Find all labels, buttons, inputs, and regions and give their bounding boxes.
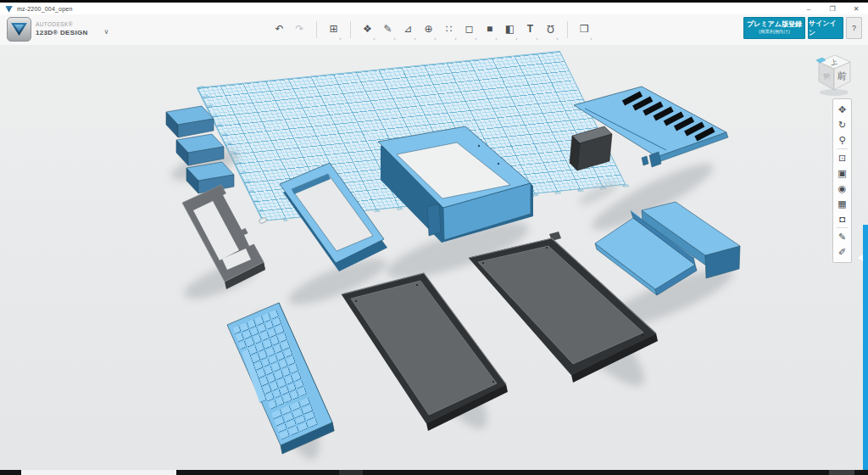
account-area: プレミアム版登録 (商業利用向け) サインイン ?	[743, 17, 862, 39]
scene-canvas	[0, 45, 868, 470]
toolbar-separator	[350, 21, 351, 38]
construct-icon: ⊿	[403, 21, 412, 36]
toolbar-separator	[567, 21, 568, 38]
grid-origin-marker	[259, 217, 267, 224]
tool-ribbon: ↶ ↷ ⊞∨ ❖∨ ✎∨ ⊿∨ ⊕∨ ∷∨ ◻∨ ■∨ ◧∨ T∨ Ω∨ ❒∨	[273, 14, 591, 45]
minimize-button[interactable]: –	[797, 3, 821, 14]
modify-icon: ⊕	[424, 21, 432, 36]
primitives-icon: ❖	[363, 21, 372, 36]
combine-button[interactable]: ■∨	[483, 21, 496, 38]
pan-tool[interactable]: ✥	[834, 102, 850, 117]
fit-icon: ⊡	[838, 153, 846, 163]
part-io-panel[interactable]	[570, 126, 612, 170]
part-front-bezel[interactable]	[182, 185, 265, 289]
construct-button[interactable]: ⊿∨	[402, 21, 415, 38]
app-toolbar: AUTODESK® 123D® DESIGN ∨ ↶ ↷ ⊞∨ ❖∨ ✎∨ ⊿∨…	[0, 14, 868, 46]
undo-button[interactable]: ↶	[273, 21, 286, 38]
combine-icon: ■	[487, 21, 492, 36]
screenshot-button[interactable]: ◘	[834, 211, 850, 226]
sign-in-button[interactable]: サインイン	[808, 17, 843, 39]
transform-button[interactable]: ⊞∨	[327, 21, 340, 38]
part-monitor-frame[interactable]	[280, 163, 387, 271]
orbit-icon: ↻	[838, 120, 846, 130]
primitives-button[interactable]: ❖∨	[361, 21, 374, 38]
toolbar-separator	[316, 21, 317, 38]
pattern-button[interactable]: ∷∨	[442, 21, 455, 38]
keyboard-key	[298, 387, 307, 397]
text-button[interactable]: T∨	[524, 21, 537, 38]
modify-button[interactable]: ⊕∨	[422, 21, 435, 38]
help-button[interactable]: ?	[846, 17, 862, 39]
zoom-tool[interactable]: ⚲	[834, 132, 850, 148]
edge-panel-strip[interactable]	[863, 225, 868, 470]
pattern-icon: ∷	[446, 21, 453, 36]
material-button[interactable]: ◧∨	[504, 21, 516, 38]
taskbar-segment	[339, 470, 363, 475]
materials-button[interactable]: ▦	[834, 196, 850, 211]
premium-label: プレミアム版登録	[747, 21, 802, 29]
material-icon: ◧	[505, 21, 515, 36]
pencil-icon: ✎	[838, 232, 846, 242]
hide-sketches-button[interactable]: ✐	[834, 244, 850, 260]
fit-view-button[interactable]: ⊡	[834, 150, 850, 165]
main-menu-chevron-icon[interactable]: ∨	[104, 28, 109, 36]
navigation-palette: ✥ ↻ ⚲ ⊡ ▣ ◉ ▦ ◘ ✎ ✐	[832, 98, 852, 263]
grouping-icon: ◻	[465, 21, 474, 36]
text-icon: T	[527, 21, 533, 36]
close-button[interactable]: ✕	[844, 3, 868, 14]
brand-line1: AUTODESK®	[36, 22, 88, 28]
view-mode-icon: ▣	[837, 168, 846, 178]
hide-show-button[interactable]: ◉	[834, 181, 850, 196]
app-logo[interactable]: AUTODESK® 123D® DESIGN ∨	[7, 17, 108, 42]
orbit-tool[interactable]: ↻	[834, 117, 850, 132]
redo-icon: ↷	[295, 21, 303, 36]
app-window-icon	[5, 5, 13, 13]
view-mode-button[interactable]: ▣	[834, 165, 850, 181]
camera-icon: ◘	[839, 214, 845, 224]
3d-viewport[interactable]: 3503253002752502252001751501251007550252…	[0, 45, 868, 470]
palette-separator	[837, 227, 848, 228]
autodesk-123d-logo-icon	[7, 17, 31, 42]
materials-grid-icon: ▦	[837, 198, 846, 209]
pencil-off-icon: ✐	[838, 247, 846, 257]
panel-collapse-arrow-icon[interactable]	[858, 254, 863, 261]
measure-button[interactable]: ❒∨	[578, 21, 591, 38]
window-titlebar: mz-2200_004_open – ❐ ✕	[0, 3, 868, 15]
window-title: mz-2200_004_open	[17, 6, 72, 12]
taskbar-segment	[829, 470, 854, 475]
window-controls: – ❐ ✕	[797, 3, 868, 14]
palette-separator	[837, 148, 848, 149]
taskbar-strip	[0, 470, 868, 475]
undo-icon: ↶	[275, 21, 283, 36]
desktop: { "window": { "title": "mz-2200_004_open…	[0, 0, 868, 475]
snap-button[interactable]: Ω∨	[544, 21, 557, 38]
transform-icon: ⊞	[329, 21, 337, 36]
taskbar-segment	[21, 470, 176, 475]
show-sketches-button[interactable]: ✎	[834, 229, 850, 244]
part-bracket-set[interactable]	[166, 106, 234, 193]
measure-icon: ❒	[580, 21, 589, 36]
view-cube[interactable]: 上 前 左	[810, 51, 858, 97]
pan-icon: ✥	[838, 104, 846, 115]
eye-icon: ◉	[838, 183, 847, 193]
premium-register-button[interactable]: プレミアム版登録 (商業利用向け)	[743, 17, 805, 39]
brand-line2: 123D® DESIGN	[36, 30, 88, 36]
view-cube-top-label: 上	[829, 58, 838, 67]
sketch-icon: ✎	[383, 21, 392, 36]
premium-sublabel: (商業利用向け)	[759, 29, 790, 35]
view-cube-front-label: 前	[836, 70, 847, 81]
redo-button[interactable]: ↷	[293, 21, 306, 38]
snap-magnet-icon: Ω	[547, 21, 554, 36]
sketch-button[interactable]: ✎∨	[381, 21, 394, 38]
magnifier-icon: ⚲	[838, 135, 845, 145]
grouping-button[interactable]: ◻∨	[463, 21, 476, 38]
restore-button[interactable]: ❐	[821, 3, 844, 14]
